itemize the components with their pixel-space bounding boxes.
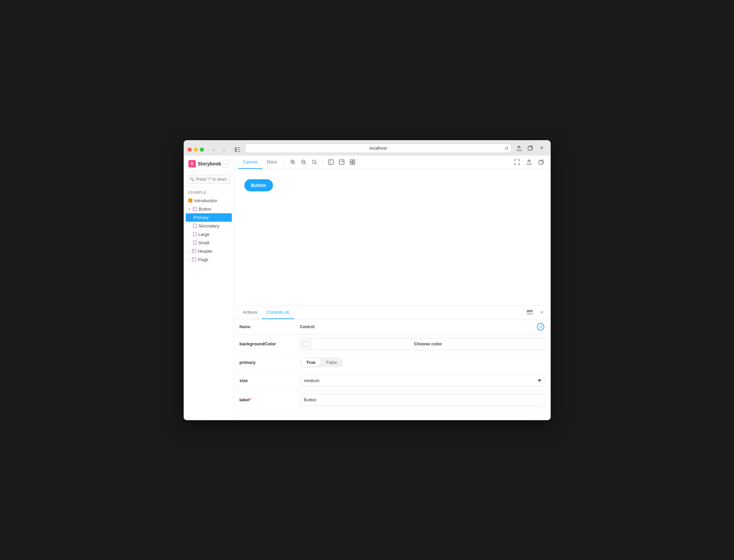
toolbar-divider	[284, 159, 285, 165]
component-icon-page	[192, 257, 196, 261]
maximize-traffic-light[interactable]	[200, 148, 204, 152]
storybook-icon: S	[188, 160, 196, 167]
size-select[interactable]: small medium large	[300, 375, 545, 387]
controls-header: Name Control ↺	[234, 319, 551, 335]
small-label: Small	[198, 240, 210, 245]
toolbar-share-button[interactable]	[524, 157, 534, 167]
forward-button[interactable]: ›	[219, 146, 229, 154]
back-button[interactable]: ‹	[209, 146, 219, 154]
toolbar: Canvas Docs	[234, 156, 551, 169]
control-name-size: size	[240, 378, 300, 383]
main-content: Canvas Docs	[234, 156, 551, 420]
refresh-button[interactable]: ↺	[504, 146, 509, 151]
control-row-label: label* ⤡	[234, 391, 551, 410]
reset-controls-button[interactable]: ↺	[536, 322, 545, 332]
sidebar-item-button-small[interactable]: Small	[184, 239, 234, 247]
text-control-wrapper: ⤡	[300, 394, 545, 406]
introduction-label: Introduction	[194, 198, 217, 203]
share-button[interactable]	[514, 144, 524, 152]
svg-rect-2	[237, 149, 240, 150]
chevron-down-icon: ▾	[188, 207, 190, 211]
sidebar: S Storybook ··· 🔍 EXAMPLE Introduction	[184, 156, 234, 420]
browser-window: ‹ › localhost ↺	[184, 140, 551, 420]
svg-rect-11	[350, 160, 352, 162]
zoom-in-button[interactable]	[287, 157, 298, 167]
nav-section: EXAMPLE Introduction ▾ Button Primary	[184, 187, 234, 267]
browser-chrome: ‹ › localhost ↺	[184, 140, 551, 156]
new-tab-button[interactable]: +	[537, 144, 547, 152]
component-icon-header	[192, 249, 196, 253]
toolbar-copy-button[interactable]	[536, 157, 547, 167]
url-text: localhost	[369, 146, 387, 151]
image-view-button[interactable]	[336, 157, 347, 167]
story-icon-small	[193, 241, 196, 245]
control-name-primary: primary	[240, 360, 300, 365]
search-icon: 🔍	[190, 177, 194, 181]
grid-view-button[interactable]	[347, 157, 358, 167]
story-icon-large	[193, 232, 196, 236]
control-name-background-color: backgroundColor	[240, 341, 300, 346]
storybook-logo: S Storybook	[188, 160, 221, 167]
browser-actions: +	[514, 144, 547, 152]
storybook-name: Storybook	[198, 161, 221, 166]
control-name-label: label*	[240, 397, 300, 402]
boolean-control: True False	[300, 357, 343, 367]
large-label: Large	[198, 232, 210, 237]
secondary-label: Secondary	[198, 223, 219, 228]
address-bar[interactable]: localhost ↺	[245, 144, 512, 153]
page-label: Page	[198, 257, 208, 262]
tab-docs[interactable]: Docs	[263, 156, 282, 169]
story-icon-primary	[188, 215, 192, 219]
svg-rect-0	[235, 147, 237, 152]
toolbar-right	[512, 157, 547, 167]
panel: Actions Controls (4) ✕	[234, 306, 551, 420]
color-label: Choose color	[311, 341, 545, 346]
reset-icon: ↺	[537, 323, 544, 331]
sidebar-toggle-button[interactable]	[233, 146, 242, 154]
primary-label: Primary	[194, 215, 209, 220]
panel-close-button[interactable]: ✕	[537, 308, 547, 317]
sidebar-item-button-primary[interactable]: Primary	[186, 213, 232, 222]
single-view-button[interactable]	[326, 157, 336, 167]
tab-actions[interactable]: Actions	[238, 306, 262, 319]
svg-rect-14	[353, 162, 355, 164]
introduction-icon	[188, 198, 192, 203]
panel-tabs: Actions Controls (4) ✕	[234, 306, 551, 319]
duplicate-button[interactable]	[526, 144, 535, 152]
sidebar-item-header[interactable]: › Header	[184, 247, 234, 255]
svg-rect-12	[353, 160, 355, 162]
reset-zoom-button[interactable]	[309, 157, 320, 167]
address-bar-row: localhost ↺ +	[245, 144, 547, 156]
component-icon-button	[193, 207, 197, 211]
svg-rect-1	[237, 147, 240, 148]
sidebar-item-introduction[interactable]: Introduction	[184, 196, 234, 205]
fullscreen-button[interactable]	[512, 157, 522, 167]
chevron-right-icon-page: ›	[188, 258, 189, 261]
chevron-right-icon: ›	[188, 249, 189, 253]
required-marker: *	[249, 397, 251, 402]
minimize-traffic-light[interactable]	[194, 148, 198, 152]
bool-true-button[interactable]: True	[301, 358, 321, 367]
sidebar-header: S Storybook ···	[184, 156, 234, 172]
svg-point-10	[342, 161, 343, 162]
control-row-background-color: backgroundColor Choose color	[234, 335, 551, 354]
header-label: Header	[198, 249, 213, 254]
sidebar-item-page[interactable]: › Page	[184, 255, 234, 264]
name-column-header: Name	[240, 324, 300, 329]
sidebar-item-button-large[interactable]: Large	[184, 230, 234, 239]
app-container: S Storybook ··· 🔍 EXAMPLE Introduction	[184, 156, 551, 420]
panel-layout-button[interactable]	[525, 308, 534, 317]
more-options-button[interactable]: ···	[221, 160, 229, 168]
tab-canvas[interactable]: Canvas	[238, 156, 263, 169]
zoom-out-button[interactable]	[298, 157, 309, 167]
svg-rect-8	[329, 160, 333, 164]
svg-rect-17	[527, 313, 533, 315]
sidebar-item-button-secondary[interactable]: Secondary	[184, 222, 234, 230]
label-input[interactable]	[300, 394, 545, 406]
tab-controls[interactable]: Controls (4)	[262, 306, 294, 319]
sidebar-item-button[interactable]: ▾ Button	[184, 205, 234, 213]
close-traffic-light[interactable]	[188, 148, 192, 152]
bool-false-button[interactable]: False	[321, 358, 342, 367]
color-picker-control[interactable]: Choose color	[300, 338, 545, 350]
preview-button[interactable]: Button	[244, 179, 273, 191]
